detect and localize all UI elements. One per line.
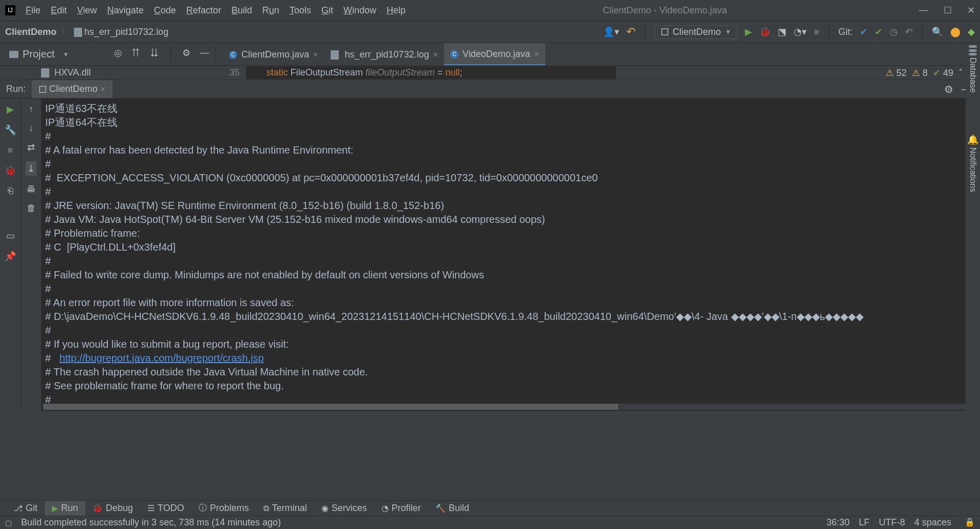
debug-icon[interactable]: 🐞: [759, 26, 771, 37]
menu-file[interactable]: File: [21, 5, 46, 16]
back-arrow-icon[interactable]: ↶: [626, 25, 636, 39]
run-tab-clientdemo[interactable]: ClientDemo ×: [32, 80, 112, 98]
project-tree-item[interactable]: HXVA.dll: [0, 67, 91, 78]
select-opened-file-icon[interactable]: ◎: [114, 47, 122, 62]
menu-code[interactable]: Code: [149, 5, 181, 16]
git-revert-icon[interactable]: ↶: [905, 26, 913, 37]
run-icon[interactable]: ▶: [745, 26, 752, 37]
todo-icon: ☰: [147, 503, 155, 513]
bottom-tab-run[interactable]: ▶Run: [45, 501, 85, 516]
bottom-tab-terminal[interactable]: ⧉Terminal: [256, 501, 314, 516]
minimize-button[interactable]: —: [919, 5, 928, 16]
profile-icon[interactable]: ◔▾: [794, 26, 806, 37]
close-button[interactable]: ✕: [967, 5, 975, 16]
collapse-all-icon[interactable]: ⮇: [150, 47, 159, 62]
maximize-button[interactable]: ☐: [944, 5, 952, 16]
tab-clientdemo[interactable]: C ClientDemo.java ×: [223, 43, 324, 65]
tab-hserrlog[interactable]: hs_err_pid10732.log ×: [324, 43, 444, 65]
wrench-icon[interactable]: 🔧: [5, 124, 16, 136]
layout-icon[interactable]: ▭: [6, 230, 15, 241]
add-user-icon[interactable]: 👤▾: [603, 26, 619, 37]
chevron-up-icon[interactable]: ˄: [958, 67, 963, 79]
file-icon: [74, 28, 82, 37]
dump-threads-icon[interactable]: 🐞: [5, 165, 16, 176]
console-line: # Failed to write core dump. Minidumps a…: [45, 268, 980, 282]
database-panel-button[interactable]: Database: [968, 45, 977, 93]
git-history-icon[interactable]: ◷: [890, 26, 898, 37]
gear-icon[interactable]: ⚙: [944, 83, 953, 96]
close-tab-icon[interactable]: ×: [101, 85, 105, 94]
bottom-tab-problems[interactable]: ⓘProblems: [191, 501, 256, 516]
indent-config[interactable]: 4 spaces: [914, 517, 951, 528]
git-push-icon[interactable]: ✔: [875, 26, 882, 37]
line-separator[interactable]: LF: [859, 517, 870, 528]
exit-icon[interactable]: ⎗: [8, 185, 13, 196]
terminal-icon: ⧉: [263, 504, 269, 513]
notifications-panel-button[interactable]: 🔔 Notifications: [967, 134, 978, 192]
menu-run[interactable]: Run: [257, 5, 284, 16]
project-panel-tab[interactable]: Project ▼: [0, 48, 78, 60]
menu-help[interactable]: Help: [381, 5, 411, 16]
trash-icon[interactable]: 🗑: [27, 203, 36, 214]
warnings-badge[interactable]: ⚠ 52: [886, 67, 907, 79]
run-tool-window: ▶ 🔧 ■ 🐞 ⎗ ▭ 📌 ↑ ↓ ⇄ ⤓ 🖶 🗑 IP通道63不在线IP通道6…: [0, 99, 980, 411]
print-icon[interactable]: 🖶: [27, 184, 36, 195]
run-config-dropdown[interactable]: ClientDemo ▼: [655, 25, 738, 39]
console-line: #: [45, 254, 980, 268]
bottom-tab-todo[interactable]: ☰TODO: [140, 501, 191, 516]
menu-refactor[interactable]: Refactor: [181, 5, 226, 16]
down-arrow-icon[interactable]: ↓: [29, 123, 33, 134]
bottom-tab-build[interactable]: 🔨Build: [428, 501, 476, 516]
console-line: # C [PlayCtrl.DLL+0x3fef4d]: [45, 240, 980, 254]
close-tab-icon[interactable]: ×: [433, 50, 438, 60]
menu-build[interactable]: Build: [226, 5, 257, 16]
stop-icon[interactable]: ■: [8, 145, 13, 156]
menu-window[interactable]: Window: [338, 5, 381, 16]
console-output[interactable]: IP通道63不在线IP通道64不在线## A fatal error has b…: [41, 99, 980, 411]
bottom-tab-git[interactable]: ⎇Git: [6, 501, 45, 516]
menu-tools[interactable]: Tools: [284, 5, 316, 16]
ide-logo-icon[interactable]: ◆: [968, 26, 975, 37]
bottom-tab-profiler[interactable]: ◔Profiler: [374, 501, 428, 516]
bottom-tab-services[interactable]: ◉Services: [314, 501, 374, 516]
bugreport-link[interactable]: http://bugreport.java.com/bugreport/cras…: [60, 352, 264, 364]
search-icon[interactable]: 🔍: [932, 26, 943, 37]
scroll-to-end-icon[interactable]: ⤓: [26, 161, 36, 176]
close-tab-icon[interactable]: ×: [313, 50, 318, 60]
gear-icon[interactable]: ⚙: [182, 47, 190, 62]
tool-windows-icon[interactable]: ▢: [5, 519, 12, 527]
hide-icon[interactable]: —: [200, 47, 209, 62]
java-class-icon: C: [450, 50, 458, 59]
errors-badge[interactable]: ⚠ 8: [912, 67, 928, 79]
breadcrumb-file[interactable]: hs_err_pid10732.log: [74, 27, 168, 37]
scrollbar-horizontal-thumb[interactable]: [43, 404, 618, 410]
git-commit-icon[interactable]: ✔: [860, 26, 868, 37]
breadcrumb-project[interactable]: ClientDemo: [5, 27, 56, 37]
menu-edit[interactable]: Edit: [46, 5, 72, 16]
console-line: # JRE version: Java(TM) SE Runtime Envir…: [45, 199, 980, 213]
bottom-tab-debug[interactable]: 🐞Debug: [85, 501, 140, 516]
menu-navigate[interactable]: Navigate: [102, 5, 149, 16]
java-class-icon: C: [229, 51, 237, 59]
ok-badge[interactable]: ✔ 49: [933, 67, 953, 79]
file-encoding[interactable]: UTF-8: [879, 517, 905, 528]
project-toolbar: Project ▼ ◎ ⮅ ⮇ ⚙ — C ClientDemo.java × …: [0, 43, 980, 66]
tab-videodemo[interactable]: C VideoDemo.java ×: [444, 43, 545, 65]
file-icon: [41, 68, 49, 78]
menu-view[interactable]: View: [72, 5, 102, 16]
titlebar: IJ File Edit View Navigate Code Refactor…: [0, 0, 980, 21]
soft-wrap-icon[interactable]: ⇄: [27, 142, 35, 153]
lock-icon[interactable]: 🔒: [965, 517, 975, 528]
caret-position[interactable]: 36:30: [827, 517, 850, 528]
stop-icon[interactable]: ■: [814, 27, 819, 37]
menu-git[interactable]: Git: [316, 5, 338, 16]
console-line: #: [45, 324, 980, 337]
app-logo: IJ: [5, 5, 15, 15]
close-tab-icon[interactable]: ×: [534, 50, 539, 59]
expand-all-icon[interactable]: ⮅: [131, 47, 141, 62]
up-arrow-icon[interactable]: ↑: [29, 104, 33, 115]
pin-icon[interactable]: 📌: [5, 251, 16, 262]
coverage-icon[interactable]: ⬔: [778, 26, 786, 37]
ide-update-icon[interactable]: ⬤: [950, 26, 960, 37]
rerun-icon[interactable]: ▶: [7, 104, 14, 115]
